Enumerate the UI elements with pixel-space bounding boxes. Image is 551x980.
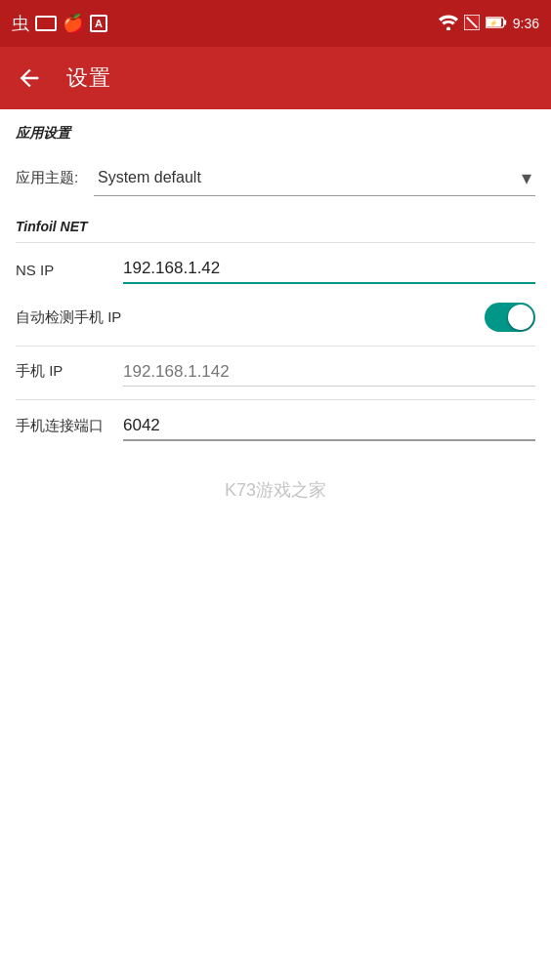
apple-icon: 🍎 bbox=[63, 13, 84, 34]
theme-row: 应用主题: System default ▾ bbox=[16, 150, 535, 207]
auto-detect-row: 自动检测手机 IP bbox=[16, 293, 535, 342]
battery-icon: ⚡ bbox=[486, 16, 507, 32]
watermark: K73游戏之家 bbox=[225, 478, 326, 502]
status-bar-left: 虫 🍎 A bbox=[12, 12, 107, 35]
back-button[interactable] bbox=[16, 64, 43, 92]
settings-content: 应用设置 应用主题: System default ▾ Tinfoil NET … bbox=[0, 109, 551, 450]
auto-detect-label: 自动检测手机 IP bbox=[16, 308, 485, 327]
checkbox-icon bbox=[35, 16, 57, 31]
app-settings-header: 应用设置 bbox=[16, 125, 535, 143]
divider-1 bbox=[16, 242, 535, 243]
phone-ip-label: 手机 IP bbox=[16, 362, 123, 387]
status-bar: 虫 🍎 A ⚡ bbox=[0, 0, 551, 47]
app-bar: 设置 bbox=[0, 47, 551, 109]
phone-port-input[interactable] bbox=[123, 412, 535, 439]
theme-label: 应用主题: bbox=[16, 169, 94, 187]
auto-detect-toggle[interactable] bbox=[485, 303, 535, 332]
ns-ip-row: NS IP bbox=[16, 247, 535, 293]
ns-ip-field-wrap bbox=[123, 255, 535, 284]
svg-text:⚡: ⚡ bbox=[489, 19, 498, 27]
time-display: 9:36 bbox=[513, 16, 539, 31]
wifi-icon bbox=[439, 15, 458, 33]
theme-value: System default bbox=[98, 169, 201, 186]
a-icon: A bbox=[90, 15, 107, 32]
page-title: 设置 bbox=[66, 63, 110, 93]
svg-rect-5 bbox=[503, 20, 506, 24]
tinfoil-net-label: Tinfoil NET bbox=[16, 219, 535, 234]
phone-ip-field-wrap bbox=[123, 358, 535, 387]
phone-port-label: 手机连接端口 bbox=[16, 417, 123, 441]
ant-icon: 虫 bbox=[12, 12, 29, 35]
signal-icon bbox=[464, 15, 480, 33]
phone-port-row: 手机连接端口 bbox=[16, 404, 535, 450]
phone-ip-row: 手机 IP bbox=[16, 350, 535, 395]
phone-ip-input bbox=[123, 358, 535, 386]
ns-ip-label: NS IP bbox=[16, 262, 123, 284]
divider-2 bbox=[16, 346, 535, 347]
divider-3 bbox=[16, 399, 535, 400]
ns-ip-input[interactable] bbox=[123, 255, 535, 282]
theme-dropdown[interactable]: System default ▾ bbox=[94, 160, 535, 196]
toggle-thumb bbox=[508, 305, 533, 330]
phone-port-field-wrap bbox=[123, 412, 535, 441]
chevron-down-icon: ▾ bbox=[522, 166, 531, 189]
svg-point-0 bbox=[446, 26, 450, 29]
status-bar-right: ⚡ 9:36 bbox=[439, 15, 539, 33]
